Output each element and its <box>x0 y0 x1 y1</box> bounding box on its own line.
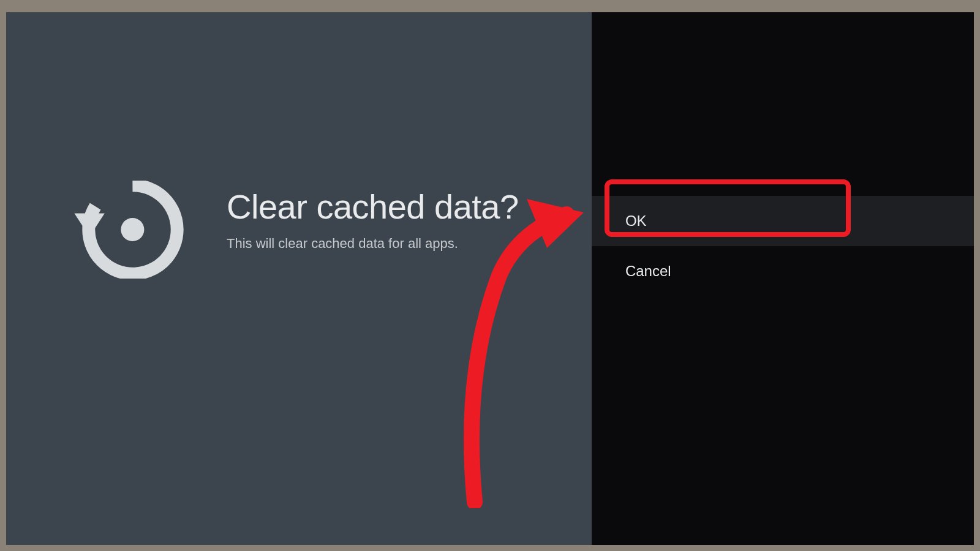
dialog-subtitle: This will clear cached data for all apps… <box>227 236 592 252</box>
dialog-title: Clear cached data? <box>227 187 592 227</box>
tv-screen: Clear cached data? This will clear cache… <box>6 12 974 545</box>
dialog-content-panel: Clear cached data? This will clear cache… <box>6 12 592 545</box>
dialog-actions-panel: OK Cancel <box>592 12 974 545</box>
ok-button-label: OK <box>625 212 647 230</box>
svg-point-0 <box>121 218 144 241</box>
restore-icon <box>67 181 184 281</box>
ok-button[interactable]: OK <box>592 196 974 246</box>
cancel-button[interactable]: Cancel <box>592 246 974 296</box>
cancel-button-label: Cancel <box>625 263 671 280</box>
